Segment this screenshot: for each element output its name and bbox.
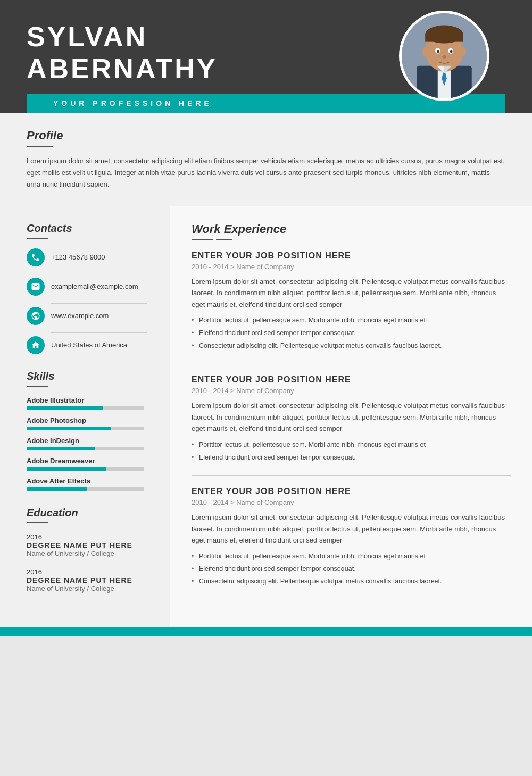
job-bullets-3: Porttitor lectus ut, pellentesque sem. M…: [192, 552, 511, 587]
sidebar: Contacts +123 45678 9000: [0, 206, 170, 627]
skill-name-2: Adobe Photoshop: [27, 416, 154, 424]
location-icon: [27, 336, 45, 354]
profession-text: YOUR PROFESSION HERE: [53, 99, 212, 107]
bullet-1-3: Consectetur adipiscing elit. Pellentesqu…: [192, 341, 511, 351]
phone-text: +123 45678 9000: [51, 253, 105, 261]
edu-item-1: 2016 DEGREE NAME PUT HERE Name of Univer…: [27, 533, 154, 557]
skill-bar-fill-5: [27, 487, 87, 491]
job-title-1: ENTER YOUR JOB POSITION HERE: [192, 251, 511, 261]
job-meta-3: 2010 - 2014 > Name of Company: [192, 498, 511, 506]
skills-section: Skills Adobe Illustrtator Adobe Photosho…: [27, 370, 154, 491]
profile-section: Profile Lorem ipsum dolor sit amet, cons…: [0, 113, 532, 206]
job-title-2: ENTER YOUR JOB POSITION HERE: [192, 375, 511, 385]
job-bullets-1: Porttitor lectus ut, pellentesque sem. M…: [192, 315, 511, 351]
skill-item-5: Adove After Effects: [27, 477, 154, 491]
job-item-3: ENTER YOUR JOB POSITION HERE 2010 - 2014…: [192, 487, 511, 600]
contact-phone: +123 45678 9000: [27, 248, 154, 266]
education-section: Education 2016 DEGREE NAME PUT HERE Name…: [27, 507, 154, 593]
contacts-underline: [27, 238, 48, 239]
skill-item-4: Adobe Dreamweaver: [27, 457, 154, 471]
contact-web: www.example.com: [27, 307, 154, 325]
skill-bar-bg-3: [27, 447, 144, 450]
skills-title: Skills: [27, 370, 154, 382]
svg-point-9: [437, 50, 439, 53]
bullet-2-1: Porttitor lectus ut, pellentesque sem. M…: [192, 440, 511, 450]
skill-name-4: Adobe Dreamweaver: [27, 457, 154, 465]
skill-bar-bg-4: [27, 467, 144, 471]
profile-title: Profile: [27, 129, 505, 143]
job-desc-1: Lorem ipsum dolor sit amet, consectetur …: [192, 276, 511, 310]
email-text: examplemail@example.com: [51, 282, 138, 290]
skill-name-5: Adove After Effects: [27, 477, 154, 485]
work-experience-title: Work Experience: [192, 222, 511, 236]
skill-item-1: Adobe Illustrtator: [27, 396, 154, 410]
web-text: www.example.com: [51, 312, 109, 320]
bullet-1-2: Eleifend tincidunt orci sed semper tempo…: [192, 328, 511, 338]
skill-name-3: Adobe InDesign: [27, 437, 154, 445]
edu-year-1: 2016: [27, 533, 154, 541]
profile-text: Lorem ipsum dolor sit amet, consectetur …: [27, 155, 505, 190]
svg-point-11: [442, 55, 446, 59]
job-meta-1: 2010 - 2014 > Name of Company: [192, 263, 511, 271]
edu-degree-2: DEGREE NAME PUT HERE: [27, 576, 154, 585]
education-underline: [27, 522, 48, 523]
contacts-section: Contacts +123 45678 9000: [27, 222, 154, 354]
work-underline-2: [216, 239, 232, 240]
skill-item-2: Adobe Photoshop: [27, 416, 154, 430]
contact-email: examplemail@example.com: [27, 278, 154, 296]
photo-area: [399, 11, 489, 101]
education-title: Education: [27, 507, 154, 519]
main-content: Contacts +123 45678 9000: [0, 206, 532, 627]
edu-degree-1: DEGREE NAME PUT HERE: [27, 541, 154, 549]
work-underlines: [192, 239, 511, 240]
web-icon: [27, 307, 45, 325]
edu-item-2: 2016 DEGREE NAME PUT HERE Name of Univer…: [27, 568, 154, 593]
phone-icon: [27, 248, 45, 266]
avatar: [399, 11, 489, 101]
skill-bar-fill-2: [27, 427, 111, 430]
contacts-title: Contacts: [27, 222, 154, 235]
right-content: Work Experience ENTER YOUR JOB POSITION …: [170, 206, 532, 627]
contact-divider-1: [51, 274, 147, 274]
job-desc-2: Lorem ipsum dolor sit amet, consectetur …: [192, 400, 511, 434]
bullet-1-1: Porttitor lectus ut, pellentesque sem. M…: [192, 315, 511, 326]
skill-bar-fill-4: [27, 467, 106, 471]
svg-point-12: [422, 47, 428, 56]
job-item-2: ENTER YOUR JOB POSITION HERE 2010 - 2014…: [192, 375, 511, 476]
svg-point-10: [450, 50, 453, 53]
edu-school-1: Name of University / College: [27, 549, 154, 557]
bullet-3-2: Eleifend tincidunt orci sed semper tempo…: [192, 564, 511, 574]
skills-underline: [27, 386, 48, 387]
bullet-2-2: Eleifend tincidunt orci sed semper tempo…: [192, 453, 511, 463]
skill-item-3: Adobe InDesign: [27, 437, 154, 450]
bullet-3-3: Consectetur adipiscing elit. Pellentesqu…: [192, 577, 511, 587]
work-underline-1: [192, 239, 213, 240]
edu-year-2: 2016: [27, 568, 154, 576]
contact-divider-2: [51, 303, 147, 304]
job-bullets-2: Porttitor lectus ut, pellentesque sem. M…: [192, 440, 511, 463]
contact-divider-3: [51, 332, 147, 333]
skill-bar-fill-3: [27, 447, 95, 450]
job-desc-3: Lorem ipsum dolor sit amet, consectetur …: [192, 512, 511, 546]
email-icon: [27, 278, 45, 296]
location-text: United States of America: [51, 341, 127, 349]
skill-bar-bg-1: [27, 406, 144, 410]
contact-location: United States of America: [27, 336, 154, 354]
header-section: SYLVAN ABERNATHY: [0, 0, 532, 113]
job-title-3: ENTER YOUR JOB POSITION HERE: [192, 487, 511, 496]
footer-bar: [0, 627, 532, 636]
job-item-1: ENTER YOUR JOB POSITION HERE 2010 - 2014…: [192, 251, 511, 365]
profile-underline: [27, 146, 53, 147]
svg-rect-6: [425, 35, 463, 42]
resume-wrapper: SYLVAN ABERNATHY: [0, 0, 532, 636]
skill-bar-bg-5: [27, 487, 144, 491]
skill-bar-fill-1: [27, 406, 103, 410]
edu-school-2: Name of University / College: [27, 585, 154, 593]
skill-name-1: Adobe Illustrtator: [27, 396, 154, 404]
bullet-3-1: Porttitor lectus ut, pellentesque sem. M…: [192, 552, 511, 562]
skill-bar-bg-2: [27, 427, 144, 430]
svg-point-13: [460, 47, 466, 56]
job-meta-2: 2010 - 2014 > Name of Company: [192, 387, 511, 395]
